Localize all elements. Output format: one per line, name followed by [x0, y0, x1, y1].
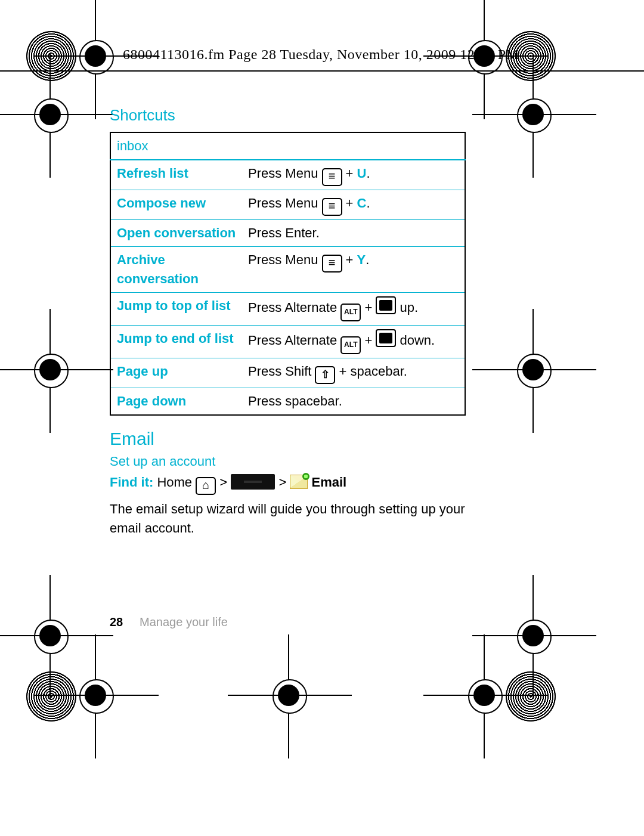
- heading-email: Email: [110, 429, 467, 449]
- row-action: Press Alternate + up.: [242, 293, 465, 326]
- regmark-bl: [26, 671, 76, 722]
- row-action: Press Menu + C.: [242, 190, 465, 220]
- row-label: Page down: [110, 388, 242, 416]
- crosshair-r3: [514, 617, 552, 655]
- crosshair-tl: [76, 37, 114, 75]
- table-row: Refresh list Press Menu + U.: [110, 160, 465, 190]
- menu-icon: [322, 255, 342, 273]
- footer-chapter: Manage your life: [140, 615, 228, 628]
- row-label: Archive conversation: [110, 247, 242, 293]
- header-stamp: 68004113016.fm Page 28 Tuesday, November…: [123, 47, 519, 63]
- crosshair-r1: [514, 95, 552, 134]
- crosshair-l3: [31, 617, 69, 655]
- shortcuts-table: inbox Refresh list Press Menu + U. Compo…: [110, 132, 466, 416]
- top-rule: [0, 70, 644, 72]
- table-row: Page up Press Shift + spacebar.: [110, 358, 465, 388]
- menu-icon: [322, 198, 342, 216]
- row-action: Press Shift + spacebar.: [242, 358, 465, 388]
- alt-icon: [340, 304, 361, 321]
- table-header-inbox: inbox: [110, 132, 465, 160]
- shortcut-key: Y: [357, 252, 366, 267]
- app-launcher-icon: [231, 474, 275, 490]
- crosshair-bm: [270, 676, 308, 714]
- dpad-icon: [376, 329, 396, 347]
- find-it-path: Find it: Home > > Email: [110, 474, 467, 495]
- row-action: Press Menu + U.: [242, 160, 465, 190]
- crosshair-brm: [465, 676, 503, 714]
- table-row: Archive conversation Press Menu + Y.: [110, 247, 465, 293]
- shortcut-key: U: [357, 166, 367, 181]
- row-label: Compose new: [110, 190, 242, 220]
- row-label: Refresh list: [110, 160, 242, 190]
- crosshair-bl: [76, 676, 114, 714]
- table-row: Jump to top of list Press Alternate + up…: [110, 293, 465, 326]
- table-row: Page down Press spacebar.: [110, 388, 465, 416]
- row-action: Press Menu + Y.: [242, 247, 465, 293]
- shortcut-key: C: [357, 196, 367, 210]
- crosshair-l2: [31, 351, 69, 389]
- row-action: Press Enter.: [242, 220, 465, 247]
- dpad-icon: [376, 296, 396, 314]
- findit-label: Find it:: [110, 475, 153, 490]
- page-footer: 28 Manage your life: [110, 615, 228, 629]
- table-row: Compose new Press Menu + C.: [110, 190, 465, 220]
- row-label: Jump to top of list: [110, 293, 242, 326]
- row-label: Jump to end of list: [110, 326, 242, 358]
- alt-icon: [340, 336, 361, 354]
- shift-icon: [315, 366, 335, 384]
- table-row: Open conversation Press Enter.: [110, 220, 465, 247]
- row-action: Press Alternate + down.: [242, 326, 465, 358]
- page-number: 28: [110, 615, 123, 628]
- table-row: Jump to end of list Press Alternate + do…: [110, 326, 465, 358]
- findit-email-label: Email: [312, 475, 347, 490]
- home-icon: [196, 477, 216, 495]
- email-icon: [290, 475, 308, 489]
- section-title-shortcuts: Shortcuts: [110, 106, 467, 125]
- row-label: Page up: [110, 358, 242, 388]
- heading-setup-account: Set up an account: [110, 454, 467, 469]
- crosshair-r2: [514, 351, 552, 389]
- menu-icon: [322, 168, 342, 186]
- crosshair-l1: [31, 95, 69, 134]
- regmark-br: [506, 671, 556, 722]
- row-action: Press spacebar.: [242, 388, 465, 416]
- email-body-text: The email setup wizard will guide you th…: [110, 500, 467, 538]
- row-label: Open conversation: [110, 220, 242, 247]
